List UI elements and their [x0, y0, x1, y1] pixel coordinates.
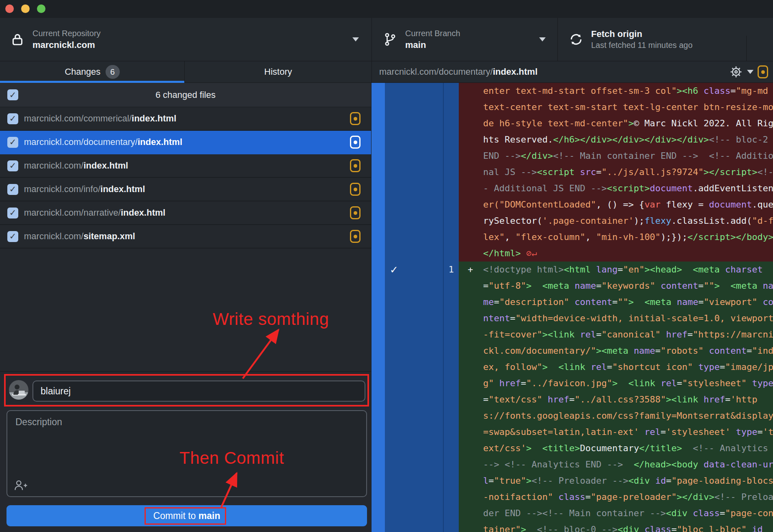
line-included-check-icon[interactable]: ✓: [390, 262, 398, 278]
file-include-checkbox[interactable]: ✓: [7, 137, 18, 148]
file-path-name: index.html: [84, 160, 128, 171]
diff-line: s://fonts.googleapis.com/css?family=Mont…: [483, 408, 773, 424]
diff-line: ckl.com/documentary/"><meta name="robots…: [483, 343, 773, 359]
annotation-box-commit: [145, 507, 226, 525]
file-include-checkbox[interactable]: ✓: [7, 208, 18, 218]
changed-file-row[interactable]: ✓marcnickl.com/commerical/index.html: [0, 107, 371, 131]
diff-line: <!doctype html><html lang="en"><head> <m…: [483, 262, 763, 278]
diff-line: nal JS --><script src="../js/all.js?9724…: [483, 164, 773, 180]
current-branch-label: Current Branch: [405, 28, 460, 39]
window-titlebar: [0, 0, 773, 18]
modified-status-icon: [350, 136, 361, 149]
fetch-origin-button[interactable]: Fetch origin Last fetched 11 minutes ago: [557, 18, 773, 61]
lock-icon: [10, 32, 25, 47]
diff-line: ="text/css" href="../all.css?3588"><link…: [483, 391, 758, 408]
modified-status-icon: [350, 183, 361, 196]
file-path-name: index.html: [132, 113, 176, 124]
current-repository-label: Current Repository: [32, 28, 101, 39]
gear-icon[interactable]: [729, 65, 743, 79]
diff-line: l="true"><!-- Preloader --><div id="page…: [483, 473, 773, 489]
zoom-window-button[interactable]: [37, 4, 45, 13]
last-fetched-text: Last fetched 11 minutes ago: [591, 40, 693, 50]
diff-line: me="description" content=""> <meta name=…: [483, 294, 773, 310]
current-repository-selector[interactable]: Current Repository marcnickl.com: [0, 18, 371, 61]
file-path-name: index.html: [138, 137, 182, 147]
annotation-write-something: Write somthing: [213, 309, 329, 329]
diff-selection-strip[interactable]: [371, 83, 385, 532]
fetch-origin-label: Fetch origin: [591, 28, 693, 40]
changed-file-row[interactable]: ✓marcnickl.com/index.html: [0, 154, 371, 178]
changed-file-row[interactable]: ✓marcnickl.com/narrative/index.html: [0, 201, 371, 225]
chevron-down-icon[interactable]: [747, 70, 754, 74]
modified-status-icon: [350, 112, 361, 125]
current-branch-value: main: [405, 39, 460, 51]
diff-line: der END --><!-- Main container --><div c…: [483, 505, 773, 521]
file-path-dir: marcnickl.com/: [24, 160, 84, 171]
file-include-checkbox[interactable]: ✓: [7, 184, 18, 195]
modified-status-icon: [350, 230, 361, 243]
diff-line: lex", "flex-column", "min-vh-100");});</…: [483, 229, 773, 245]
diff-file-path: marcnickl.com/documentary/index.html: [379, 67, 538, 77]
diff-line: - Additional JS END --><script>document.…: [483, 180, 773, 197]
changed-file-row[interactable]: ✓marcnickl.com/info/index.html: [0, 178, 371, 201]
tab-changes[interactable]: Changes 6: [0, 61, 184, 82]
diff-line: ="utf-8"> <meta name="keywords" content=…: [483, 278, 773, 294]
minimize-window-button[interactable]: [21, 4, 30, 13]
annotation-then-commit: Then Commit: [179, 448, 284, 468]
diff-line: -notifaction" class="page-preloader"></d…: [483, 489, 773, 505]
sync-icon: [568, 32, 584, 47]
header-row: Changes 6 History marcnickl.com/document…: [0, 61, 773, 83]
diff-line: rySelector('.page-container');flexy.clas…: [483, 213, 773, 229]
changes-count-badge: 6: [106, 65, 120, 79]
added-line-marker: +: [468, 262, 473, 278]
tab-changes-label: Changes: [65, 67, 100, 77]
chevron-down-icon: [352, 37, 359, 41]
changed-files-count: 6 changed files: [0, 90, 371, 100]
modified-status-icon: [350, 206, 361, 219]
modified-status-icon: [758, 65, 768, 78]
diff-line: ext/css'> <title>Documentary</title> <!-…: [483, 440, 768, 456]
diff-line: ntent="width=device-width, initial-scale…: [483, 310, 773, 327]
gutter-divider: [443, 83, 444, 532]
current-repository-value: marcnickl.com: [32, 39, 101, 51]
diff-line: de h6-style text-md-center">© Marc Nickl…: [483, 115, 773, 132]
diff-line: END --></div><!-- Main container END -->…: [483, 148, 773, 164]
tab-history-label: History: [264, 67, 292, 77]
changed-files-header: ✓ 6 changed files: [0, 83, 371, 107]
diff-line: text-center text-sm-start text-lg-center…: [483, 99, 773, 115]
file-path-dir: marcnickl.com/info/: [24, 184, 100, 195]
close-window-button[interactable]: [5, 4, 14, 13]
diff-file-header: marcnickl.com/documentary/index.html: [371, 61, 773, 82]
tab-history[interactable]: History: [184, 61, 371, 82]
diff-line: g" href="../favicon.jpg"> <link rel="sty…: [483, 375, 773, 391]
modified-status-icon: [350, 159, 361, 172]
file-path-dir: marcnickl.com/narrative/: [24, 208, 121, 218]
file-path-name: sitemap.xml: [84, 231, 135, 242]
file-include-checkbox[interactable]: ✓: [7, 160, 18, 171]
diff-view: ✓ 1 enter text-md-start offset-sm-3 col"…: [371, 83, 773, 532]
current-branch-selector[interactable]: Current Branch main: [371, 18, 557, 61]
diff-line: hts Reserved.</h6></div></div></div></di…: [483, 132, 768, 148]
file-path-name: index.html: [121, 208, 165, 218]
diff-line-gutter[interactable]: [385, 83, 459, 532]
diff-line: ex, follow"> <link rel="shortcut icon" t…: [483, 359, 773, 375]
diff-line: </html> ⊘↵: [483, 245, 537, 262]
file-path-name: index.html: [100, 184, 145, 195]
diff-line: =swap&subset=latin,latin-ext' rel='style…: [483, 424, 773, 440]
changed-file-row[interactable]: ✓marcnickl.com/documentary/index.html: [0, 131, 371, 154]
diff-line: tainer"> <!-- bloc-0 --><div class="bloc…: [483, 521, 763, 532]
changed-file-row[interactable]: ✓marcnickl.com/sitemap.xml: [0, 225, 371, 249]
diff-line: -fit=cover"><link rel="canonical" href="…: [483, 327, 773, 343]
diff-line: --> <!-- Analytics END --> </head><body …: [483, 456, 773, 473]
file-path-dir: marcnickl.com/commerical/: [24, 113, 132, 124]
file-include-checkbox[interactable]: ✓: [7, 231, 18, 242]
github-desktop-window: Current Repository marcnickl.com Current…: [0, 0, 773, 532]
added-line-number: 1: [432, 262, 454, 278]
add-coauthor-icon[interactable]: [14, 479, 28, 491]
file-path-dir: marcnickl.com/: [24, 231, 84, 242]
chevron-down-icon: [539, 37, 546, 41]
diff-content: enter text-md-start offset-sm-3 col"><h6…: [459, 83, 773, 532]
diff-line: enter text-md-start offset-sm-3 col"><h6…: [483, 83, 768, 99]
file-include-checkbox[interactable]: ✓: [7, 113, 18, 124]
diff-line: er("DOMContentLoaded", () => {var flexy …: [483, 197, 773, 213]
